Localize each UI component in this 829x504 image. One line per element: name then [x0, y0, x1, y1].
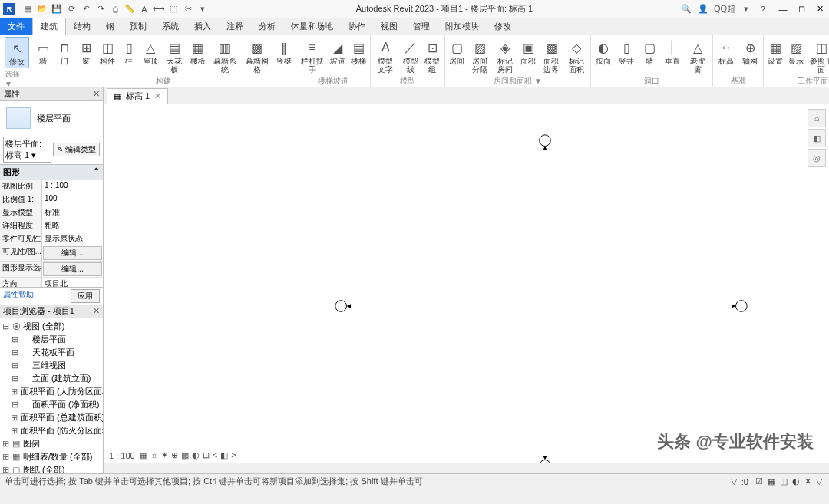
ribbon-button[interactable]: ↖修改: [5, 37, 29, 68]
ribbon-button[interactable]: ⊓门: [54, 37, 75, 67]
ribbon-button[interactable]: ◢坡道: [328, 37, 348, 67]
prop-section-graphics[interactable]: 图形 ⌃: [0, 165, 103, 180]
property-value[interactable]: 标准: [42, 206, 103, 219]
statusbar-icon[interactable]: ◐: [792, 476, 800, 486]
tree-toggle-icon[interactable]: ⊟: [2, 321, 9, 331]
ribbon-button[interactable]: ▩幕墙网格: [241, 37, 272, 75]
tree-toggle-icon[interactable]: ⊞: [11, 348, 18, 357]
ribbon-button[interactable]: ▢墙: [639, 37, 661, 67]
doc-tab-close-icon[interactable]: ✕: [154, 91, 161, 101]
ribbon-button[interactable]: ↔标高: [715, 37, 738, 67]
user-icon[interactable]: 👤: [697, 3, 709, 15]
document-tab[interactable]: ▦ 标高 1 ✕: [107, 88, 168, 104]
ribbon-tab[interactable]: 修改: [487, 18, 519, 35]
ribbon-button[interactable]: ▢房间: [447, 37, 467, 67]
ribbon-button[interactable]: ▨房间分隔: [467, 37, 492, 75]
nav-cube-icon[interactable]: ◧: [808, 129, 826, 147]
tree-node[interactable]: ⊞▢图纸 (全部): [2, 463, 101, 473]
drawing-canvas[interactable]: 1 : 100 ▦☼✶⊕▩◐⊡<◧>: [104, 104, 829, 463]
ribbon-button[interactable]: ▨显示: [786, 37, 806, 67]
ribbon-button[interactable]: ⊕轴网: [738, 37, 761, 67]
view-control-icon[interactable]: ⊡: [203, 450, 210, 460]
ribbon-tab[interactable]: 插入: [187, 18, 219, 35]
ribbon-button[interactable]: ▤楼梯: [348, 37, 368, 67]
tree-toggle-icon[interactable]: ⊞: [11, 374, 18, 384]
ribbon-button[interactable]: ‖竖梃: [273, 37, 294, 67]
property-value[interactable]: 粗略: [42, 219, 103, 232]
property-row[interactable]: 零件可见性显示原状态: [0, 232, 103, 245]
elevation-marker-east[interactable]: [732, 298, 748, 315]
elevation-marker-west[interactable]: [334, 298, 351, 315]
ribbon-button[interactable]: ◈标记房间: [493, 37, 517, 75]
property-row[interactable]: 详细程度粗略: [0, 219, 103, 232]
view-control-icon[interactable]: ☼: [150, 450, 158, 460]
ribbon-button[interactable]: ◫参照平面: [807, 37, 829, 75]
property-row[interactable]: 比例值 1:100: [0, 193, 103, 206]
apply-button[interactable]: 应用: [71, 289, 100, 303]
ribbon-tab[interactable]: 钢: [98, 18, 122, 35]
tree-toggle-icon[interactable]: ⊞: [11, 413, 18, 423]
tree-toggle-icon[interactable]: ⊞: [11, 361, 18, 371]
collapse-icon[interactable]: ⌃: [93, 166, 100, 178]
tree-node[interactable]: ⊞面积平面 (人防分区面积): [2, 385, 101, 398]
ribbon-button[interactable]: ⊞窗: [76, 37, 97, 67]
qat-measure-icon[interactable]: 📏: [124, 3, 136, 15]
qat-dropdown-icon[interactable]: ▾: [197, 3, 209, 15]
ribbon-button[interactable]: ≡栏杆扶手: [298, 37, 327, 75]
property-value[interactable]: 1 : 100: [42, 180, 103, 193]
ribbon-button[interactable]: ▯柱: [119, 37, 140, 67]
ribbon-button[interactable]: ▦设置: [765, 37, 785, 67]
ribbon-tab[interactable]: 注释: [219, 18, 251, 35]
view-control-icon[interactable]: ▦: [140, 450, 147, 460]
selection-filter-icon[interactable]: ▽: [731, 476, 737, 486]
property-row[interactable]: 显示模型标准: [0, 206, 103, 219]
edit-type-button[interactable]: ✎ 编辑类型: [53, 143, 100, 156]
statusbar-icon[interactable]: ✕: [804, 476, 811, 486]
tree-toggle-icon[interactable]: ⊞: [2, 439, 9, 449]
ribbon-tab[interactable]: 视图: [373, 18, 405, 35]
view-control-icon[interactable]: ✶: [161, 450, 168, 460]
ribbon-button[interactable]: △老虎窗: [684, 37, 711, 75]
ribbon-button[interactable]: │垂直: [662, 37, 684, 67]
statusbar-icon[interactable]: ◫: [780, 476, 788, 486]
tree-toggle-icon[interactable]: ⊞: [11, 426, 18, 436]
qat-dim-icon[interactable]: ⟷: [153, 3, 165, 15]
properties-help-link[interactable]: 属性帮助: [3, 289, 34, 303]
qat-print-icon[interactable]: ⎙: [109, 3, 121, 15]
maximize-button[interactable]: ◻: [792, 2, 811, 16]
ribbon-tab[interactable]: 协作: [341, 18, 373, 35]
qat-sync-icon[interactable]: ⟳: [65, 3, 78, 15]
tree-toggle-icon[interactable]: ⊞: [11, 334, 18, 344]
property-row[interactable]: 可见性/图...编辑...: [0, 245, 103, 262]
tree-node[interactable]: ⊟⦿视图 (全部): [2, 320, 101, 333]
cart-icon[interactable]: ▾: [740, 3, 752, 15]
qat-3d-icon[interactable]: ⬚: [167, 3, 180, 15]
statusbar-icon[interactable]: ▦: [768, 476, 775, 486]
project-browser-close-icon[interactable]: ✕: [93, 306, 100, 316]
property-row[interactable]: 视图比例1 : 100: [0, 180, 103, 193]
property-edit-button[interactable]: 编辑...: [43, 246, 102, 260]
nav-home-icon[interactable]: ⌂: [808, 109, 826, 127]
ribbon-button[interactable]: ◐按面: [593, 37, 615, 67]
tree-node[interactable]: ⊞三维视图: [2, 359, 101, 372]
view-control-icon[interactable]: ⊕: [171, 450, 178, 460]
ribbon-button[interactable]: ▭墙: [33, 37, 54, 67]
qat-save-icon[interactable]: 💾: [51, 3, 63, 15]
ribbon-tab[interactable]: 结构: [66, 18, 98, 35]
ribbon-button[interactable]: A模型文字: [372, 37, 399, 75]
view-control-icon[interactable]: ▩: [181, 450, 189, 460]
qat-text-icon[interactable]: A: [138, 3, 150, 15]
property-row[interactable]: 方向项目北: [0, 278, 103, 287]
properties-close-icon[interactable]: ✕: [93, 89, 100, 99]
qat-redo-icon[interactable]: ↷: [94, 3, 107, 15]
view-scale[interactable]: 1 : 100: [109, 451, 135, 460]
qat-section-icon[interactable]: ✂: [182, 3, 194, 15]
elevation-marker-north[interactable]: [537, 133, 553, 150]
qat-undo-icon[interactable]: ↶: [80, 3, 92, 15]
tree-node[interactable]: ⊞天花板平面: [2, 346, 101, 359]
tree-node[interactable]: ⊞▤图例: [2, 437, 101, 450]
property-value[interactable]: 100: [42, 193, 103, 206]
tree-toggle-icon[interactable]: ⊞: [11, 400, 18, 410]
tree-node[interactable]: ⊞面积平面 (净面积): [2, 398, 101, 411]
view-control-icon[interactable]: ◧: [220, 450, 228, 460]
